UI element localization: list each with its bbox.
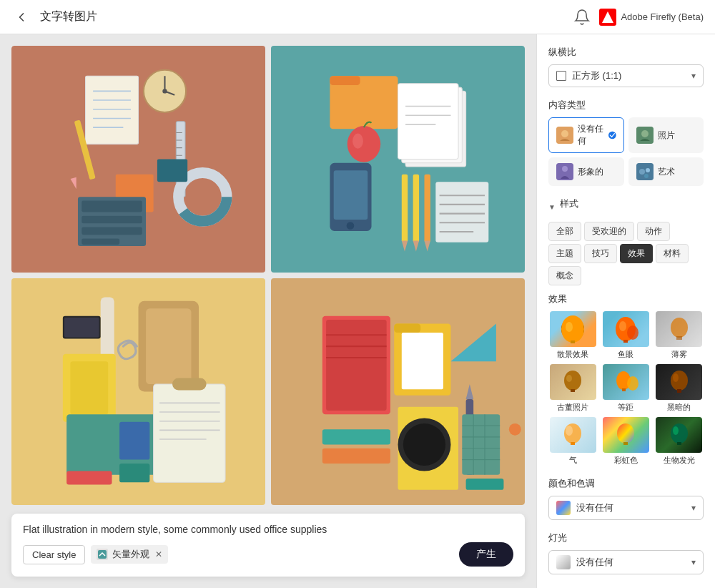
back-button[interactable] [11,7,31,27]
header: 文字转图片 Adobe Firefly (Beta) [0,0,715,34]
content-figure-label: 形象的 [578,166,603,178]
adobe-label: Adobe Firefly (Beta) [621,11,704,22]
svg-rect-73 [326,320,387,411]
aspect-ratio-selector[interactable]: 正方形 (1:1) ▾ [548,64,704,87]
page-title: 文字转图片 [40,9,97,24]
style-thumb-bioluminescent [656,417,702,453]
svg-rect-47 [435,182,488,242]
clear-style-button[interactable]: Clear style [23,545,85,564]
style-header[interactable]: ▼ 样式 [548,197,704,216]
style-item-fisheye[interactable]: 鱼眼 [601,311,650,360]
style-item-haze[interactable]: 薄雾 [655,311,704,360]
style-item-bokeh[interactable]: 散景效果 [548,311,597,360]
style-label: 样式 [560,197,578,210]
svg-point-106 [639,169,645,175]
style-tab-all[interactable]: 全部 [548,222,581,241]
notification-icon[interactable] [573,9,591,26]
svg-rect-5 [86,76,139,144]
svg-point-36 [347,126,380,162]
style-name-fisheye: 鱼眼 [618,349,633,360]
adobe-logo: Adobe Firefly (Beta) [599,9,704,26]
content-type-none[interactable]: 没有任何 [548,117,624,153]
svg-point-110 [561,315,584,343]
content-type-art[interactable]: 艺术 [628,157,704,186]
svg-point-119 [564,371,581,391]
light-selector[interactable]: 没有任何 ▾ [548,550,704,574]
content-type-figure[interactable]: 形象的 [548,157,624,186]
style-item-bioluminescent[interactable]: 生物发光 [655,417,704,466]
style-name-dark: 黑暗的 [667,402,691,413]
svg-marker-12 [71,177,79,190]
style-tab-material[interactable]: 材料 [656,244,689,263]
svg-rect-78 [394,323,420,333]
style-name-haze: 薄雾 [671,349,687,360]
svg-rect-71 [119,464,149,482]
style-chevron-icon: ▼ [548,203,556,211]
svg-point-120 [566,375,572,382]
image-grid [11,46,525,505]
svg-rect-135 [677,442,681,445]
style-tab-concept[interactable]: 概念 [548,266,581,285]
svg-point-85 [403,423,445,466]
svg-point-133 [671,423,688,444]
color-selector[interactable]: 没有任何 ▾ [548,496,704,520]
style-name-rainbow: 彩虹色 [614,455,638,466]
style-item-dark[interactable]: 黑暗的 [655,364,704,413]
svg-rect-60 [70,361,108,414]
light-section: 灯光 没有任何 ▾ [548,531,704,574]
style-tag-close-button[interactable]: ✕ [155,549,162,559]
style-item-airy[interactable]: 气 [548,417,597,466]
style-filter-tabs: 全部 受欢迎的 动作 主题 技巧 效果 材料 概念 [548,222,704,285]
style-item-old-photo[interactable]: 古董照片 [548,364,597,413]
svg-rect-115 [623,340,628,343]
style-tab-theme[interactable]: 主题 [548,244,581,263]
style-tab-popular[interactable]: 受欢迎的 [584,222,634,241]
svg-point-40 [347,222,355,230]
content-photo-label: 照片 [658,129,675,142]
aspect-ratio-value: 正方形 (1:1) [572,69,621,82]
svg-point-131 [617,423,634,444]
generate-button[interactable]: 产生 [459,542,513,567]
content-type-section: 内容类型 没有任何 [548,99,704,186]
svg-rect-32 [398,84,459,160]
image-cell-br[interactable] [271,278,525,505]
style-tag-label: 矢量外观 [112,548,149,561]
style-thumb-airy [550,417,596,453]
light-thumb [556,555,571,569]
svg-rect-54 [146,308,191,384]
svg-rect-39 [334,170,368,220]
svg-marker-82 [466,384,474,399]
light-chevron-icon: ▾ [691,557,696,567]
prompt-text: Flat illustration in modern style, some … [23,524,513,535]
svg-rect-86 [322,429,390,444]
svg-point-107 [646,168,650,172]
style-item-equidistant[interactable]: 等距 [601,364,650,413]
check-icon [608,130,616,140]
image-cell-tr[interactable] [271,46,525,273]
style-tab-effect[interactable]: 效果 [620,244,653,263]
square-icon [556,71,566,81]
color-section: 颜色和色调 没有任何 ▾ [548,477,704,520]
content-none-label: 没有任何 [578,123,604,147]
style-name-bioluminescent: 生物发光 [664,455,695,466]
style-tab-tech[interactable]: 技巧 [584,244,617,263]
svg-point-108 [644,174,649,178]
style-item-rainbow[interactable]: 彩虹色 [601,417,650,466]
aspect-ratio-section: 纵横比 正方形 (1:1) ▾ [548,46,704,87]
svg-rect-27 [82,238,119,244]
svg-rect-42 [413,175,419,242]
content-type-grid: 没有任何 照片 [548,117,704,186]
style-thumb-dark [656,364,702,400]
content-type-photo[interactable]: 照片 [628,117,704,153]
svg-point-102 [641,130,649,137]
style-tab-motion[interactable]: 动作 [637,222,670,241]
image-cell-bl[interactable] [11,278,265,505]
svg-rect-132 [623,442,628,445]
image-cell-tl[interactable] [11,46,265,273]
header-left: 文字转图片 [11,7,97,27]
style-name-bokeh: 散景效果 [557,349,588,360]
svg-rect-124 [622,388,626,391]
svg-rect-121 [571,389,575,392]
style-tag: 矢量外观 ✕ [91,545,168,564]
svg-rect-41 [402,175,408,242]
